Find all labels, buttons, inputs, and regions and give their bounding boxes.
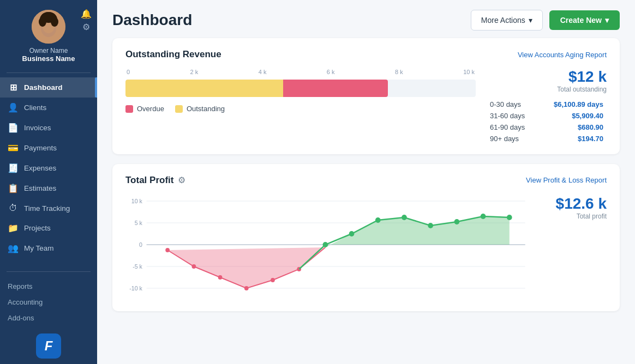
- aging-amount: $680.90: [538, 122, 607, 133]
- avatar-image: [32, 10, 65, 44]
- bar-outstanding: [125, 80, 283, 97]
- bar-overdue: [283, 80, 388, 97]
- business-name: Business Name: [22, 54, 75, 63]
- outstanding-revenue-card: Outstanding Revenue View Accounts Aging …: [112, 38, 620, 154]
- line-chart-right: $12.6 k Total profit: [541, 190, 607, 301]
- clients-nav-icon: 👤: [8, 102, 19, 113]
- aging-amount: $5,909.40: [538, 110, 607, 122]
- axis-8k: 8 k: [395, 69, 403, 75]
- create-new-button[interactable]: Create New ▾: [549, 10, 620, 30]
- axis-10k: 10 k: [463, 69, 475, 75]
- bar-chart-left: 0 2 k 4 k 6 k 8 k 10 k Overd: [125, 69, 476, 144]
- aging-row: 90+ days$194.70: [487, 133, 607, 144]
- line-chart-container: 10 k 5 k 0 -5 k -10 k: [125, 190, 607, 301]
- topbar-actions: More Actions ▾ Create New ▾: [471, 10, 620, 31]
- svg-point-29: [402, 215, 407, 220]
- sidebar-item-label-my-team: My Team: [24, 244, 54, 252]
- sidebar-item-expenses[interactable]: 🧾Expenses: [0, 158, 97, 178]
- sidebar-item-dashboard[interactable]: ⊞Dashboard: [0, 77, 97, 98]
- sidebar-bottom-links: ReportsAccountingAdd-ons: [0, 274, 97, 328]
- sidebar-top-icons: 🔔 ⚙: [81, 10, 92, 32]
- outstanding-revenue-title: Outstanding Revenue: [125, 49, 221, 60]
- total-outstanding-amount: $12 k: [568, 69, 607, 86]
- profit-chart-svg: 10 k 5 k 0 -5 k -10 k: [125, 190, 536, 299]
- svg-point-19: [165, 248, 170, 252]
- sidebar-item-label-payments: Payments: [24, 144, 57, 152]
- time-tracking-nav-icon: ⏱: [8, 203, 19, 213]
- outstanding-revenue-header: Outstanding Revenue View Accounts Aging …: [125, 49, 607, 60]
- settings-icon[interactable]: ⚙: [82, 23, 90, 32]
- sidebar-bottom-add-ons[interactable]: Add-ons: [0, 310, 97, 326]
- svg-point-33: [507, 215, 512, 220]
- sidebar-item-label-estimates: Estimates: [24, 184, 56, 192]
- view-accounts-aging-link[interactable]: View Accounts Aging Report: [518, 51, 607, 59]
- svg-point-22: [244, 286, 249, 290]
- bar-chart-area: 0 2 k 4 k 6 k 8 k 10 k Overd: [125, 69, 607, 144]
- sidebar-item-invoices[interactable]: 📄Invoices: [0, 118, 97, 138]
- sidebar-divider: [7, 72, 91, 73]
- aging-amount: $194.70: [538, 133, 607, 144]
- sidebar-item-label-clients: Clients: [24, 104, 46, 112]
- dashboard-nav-icon: ⊞: [8, 82, 19, 93]
- total-profit-title: Total Profit: [125, 175, 173, 186]
- legend-overdue: Overdue: [125, 105, 164, 113]
- sidebar-item-label-expenses: Expenses: [24, 164, 56, 172]
- axis-4k: 4 k: [259, 69, 267, 75]
- total-profit-amount: $12.6 k: [556, 196, 607, 213]
- sidebar-item-my-team[interactable]: 👥My Team: [0, 238, 97, 258]
- sidebar-item-estimates[interactable]: 📋Estimates: [0, 178, 97, 198]
- aging-row: 0-30 days$6,100.89 days: [487, 99, 607, 110]
- sidebar-item-clients[interactable]: 👤Clients: [0, 98, 97, 118]
- sidebar-logo: F: [0, 328, 97, 364]
- aging-period: 90+ days: [487, 133, 538, 144]
- total-profit-header: Total Profit ⚙ View Profit & Loss Report: [125, 175, 607, 186]
- svg-point-21: [218, 275, 223, 280]
- legend-outstanding: Outstanding: [175, 105, 225, 113]
- invoices-nav-icon: 📄: [8, 123, 19, 133]
- logo-icon: F: [36, 333, 61, 359]
- svg-text:0: 0: [139, 241, 142, 248]
- sidebar-item-time-tracking[interactable]: ⏱Time Tracking: [0, 198, 97, 218]
- sidebar-item-label-time-tracking: Time Tracking: [24, 204, 70, 213]
- payments-nav-icon: 💳: [8, 143, 19, 153]
- svg-text:5 k: 5 k: [135, 220, 143, 226]
- total-outstanding-label: Total outstanding: [557, 86, 607, 93]
- sidebar-item-payments[interactable]: 💳Payments: [0, 138, 97, 158]
- chevron-down-icon: ▾: [529, 16, 532, 25]
- profit-title-row: Total Profit ⚙: [125, 175, 185, 186]
- svg-point-6: [51, 17, 58, 27]
- legend-overdue-label: Overdue: [137, 105, 164, 113]
- filter-icon[interactable]: ⚙: [178, 175, 185, 185]
- axis-2k: 2 k: [190, 69, 199, 75]
- aging-row: 31-60 days$5,909.40: [487, 110, 607, 122]
- aging-period: 61-90 days: [487, 122, 538, 133]
- content-area: Outstanding Revenue View Accounts Aging …: [97, 38, 635, 322]
- aging-period: 0-30 days: [487, 99, 538, 110]
- svg-point-26: [323, 242, 328, 247]
- svg-point-30: [428, 223, 433, 228]
- projects-nav-icon: 📁: [8, 223, 19, 233]
- sidebar-bottom-reports[interactable]: Reports: [0, 278, 97, 294]
- view-profit-loss-link[interactable]: View Profit & Loss Report: [526, 176, 607, 184]
- sidebar-bottom-accounting[interactable]: Accounting: [0, 294, 97, 310]
- total-profit-label: Total profit: [577, 213, 607, 220]
- svg-point-31: [454, 219, 460, 225]
- svg-point-27: [349, 231, 355, 236]
- legend-outstanding-label: Outstanding: [187, 105, 225, 113]
- svg-point-20: [191, 264, 196, 269]
- svg-point-5: [39, 17, 46, 27]
- sidebar-item-label-invoices: Invoices: [24, 124, 51, 132]
- notifications-icon[interactable]: 🔔: [81, 10, 92, 19]
- expenses-nav-icon: 🧾: [8, 163, 19, 173]
- aging-amount: $6,100.89 days: [538, 99, 607, 110]
- my-team-nav-icon: 👥: [8, 243, 19, 253]
- nav-active-bar: [95, 77, 97, 98]
- owner-name: Owner Name: [29, 47, 68, 54]
- bar-axis: 0 2 k 4 k 6 k 8 k 10 k: [125, 69, 476, 75]
- axis-6k: 6 k: [327, 69, 335, 75]
- sidebar: 🔔 ⚙ Owner Name Business Name ⊞Dashboard👤…: [0, 0, 97, 364]
- sidebar-item-projects[interactable]: 📁Projects: [0, 218, 97, 238]
- more-actions-button[interactable]: More Actions ▾: [471, 10, 543, 31]
- bar-track: [125, 80, 476, 97]
- aging-table: 0-30 days$6,100.89 days31-60 days$5,909.…: [487, 99, 607, 144]
